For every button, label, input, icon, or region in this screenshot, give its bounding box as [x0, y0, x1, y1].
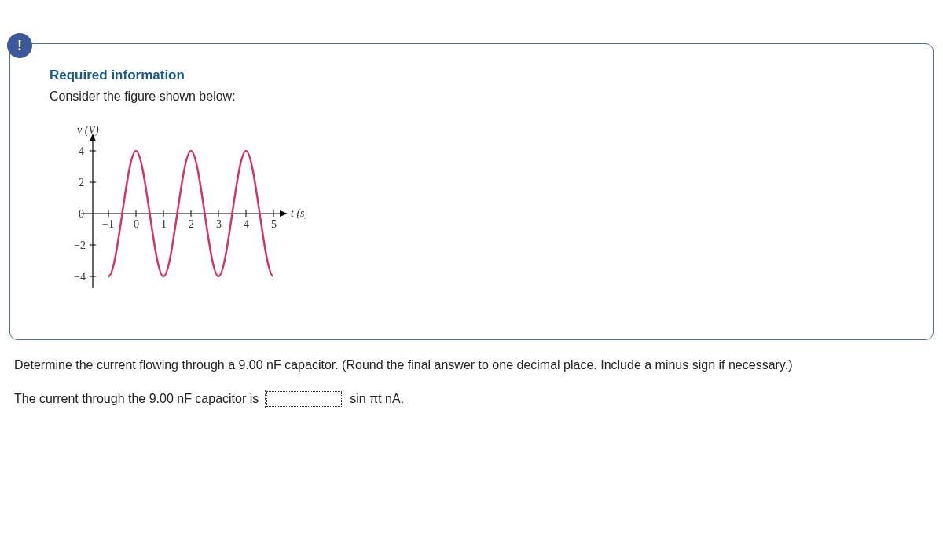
x-tick-3: 3 [216, 218, 222, 230]
answer-prefix: The current through the 9.00 nF capacito… [14, 392, 259, 406]
y-tick-0: 0 [79, 208, 84, 220]
voltage-waveform-chart: 4 2 0 −2 −4 −1 0 1 2 3 [46, 119, 305, 308]
y-tick-neg4: −4 [74, 271, 86, 283]
required-info-box: ! Required information Consider the figu… [9, 43, 934, 340]
x-tick-0: 0 [134, 218, 139, 230]
x-axis-label: t (s) [291, 207, 305, 220]
x-tick-4: 4 [244, 218, 249, 230]
exclamation-icon: ! [7, 33, 32, 58]
question-text: Determine the current flowing through a … [14, 356, 934, 374]
x-tick-1: 1 [161, 218, 167, 230]
svg-marker-3 [280, 210, 288, 217]
y-tick-4: 4 [79, 145, 84, 157]
answer-suffix: sin πt nA. [350, 392, 404, 406]
x-tick-neg1: −1 [102, 218, 114, 230]
answer-line: The current through the 9.00 nF capacito… [14, 390, 934, 408]
y-axis-label: v (V) [77, 124, 99, 137]
answer-input[interactable] [265, 390, 343, 408]
y-tick-2: 2 [79, 177, 84, 188]
intro-text: Consider the figure shown below: [50, 90, 917, 104]
y-tick-neg2: −2 [74, 240, 86, 251]
required-heading: Required information [50, 68, 917, 83]
x-tick-5: 5 [271, 218, 277, 230]
x-tick-2: 2 [189, 218, 194, 230]
chart-svg: 4 2 0 −2 −4 −1 0 1 2 3 [46, 119, 305, 308]
